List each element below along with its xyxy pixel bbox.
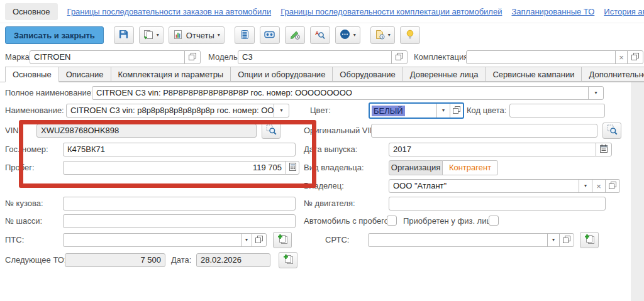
chassis-number-label: № шасси: [5, 214, 42, 228]
trim-clear-button[interactable]: × [615, 50, 628, 64]
bulb-icon [406, 30, 414, 41]
pts-open-button[interactable] [252, 233, 267, 247]
tab-additional[interactable]: Дополнительно [581, 67, 644, 82]
mileage-field[interactable]: 119 705 [63, 161, 286, 175]
name-dropdown-button[interactable]: ▾ [274, 104, 289, 118]
tab-service-campaigns[interactable]: Сервисные кампании [485, 67, 582, 82]
search-by-text-button[interactable]: A [310, 26, 330, 44]
issue-year-label: Дата выпуска: [304, 143, 357, 156]
owner-type-organization-button[interactable]: Организация [389, 160, 443, 175]
nav-link-order-sequence-bounds[interactable]: Границы последовательности заказов на ав… [67, 7, 272, 16]
pts-label: ПТС: [5, 233, 24, 247]
model-open-button[interactable] [391, 50, 408, 64]
open-icon [255, 236, 263, 245]
car-front-button[interactable] [260, 26, 280, 44]
tab-equipment[interactable]: Оборудование [332, 67, 402, 82]
vin-search-button[interactable] [262, 123, 280, 139]
srts-open-button[interactable] [559, 233, 574, 247]
owner-dropdown-button[interactable]: ▾ [579, 179, 592, 193]
tab-main-details[interactable]: Основные [5, 67, 59, 82]
next-service-date-label: Дата: [171, 253, 191, 267]
more-actions-button[interactable]: ▾ [335, 26, 360, 44]
tab-options-equipment[interactable]: Опции и оборудование [230, 67, 333, 82]
body-number-field[interactable] [63, 197, 296, 211]
original-vin-label: Оригинальный VIN: [304, 124, 378, 138]
tab-configuration-params[interactable]: Комплектация и параметры [111, 67, 231, 82]
dropdown-icon: ▾ [584, 183, 587, 189]
next-service-field[interactable]: 7 500 [65, 253, 165, 267]
copy-button[interactable]: ▾ [139, 26, 164, 44]
color-value[interactable]: БЕЛЫЙ [370, 104, 436, 118]
owner-open-button[interactable] [605, 179, 620, 193]
add-document-icon [283, 254, 294, 266]
pts-create-button[interactable] [273, 232, 292, 248]
color-open-button[interactable] [450, 104, 463, 118]
full-name-dropdown-button[interactable]: ▾ [588, 86, 604, 100]
nav-link-equipment-sequence-bounds[interactable]: Границы последовательности комплектации … [280, 7, 502, 16]
engine-number-field[interactable] [389, 197, 606, 211]
from-individual-checkbox[interactable] [489, 216, 499, 226]
owner-label: Владелец: [304, 179, 344, 193]
full-name-field[interactable]: CITROEN C3 vin: P8P8P8P8P8P8P8P8P гос. н… [92, 86, 589, 100]
hint-button[interactable] [400, 26, 420, 44]
owner-field[interactable]: ООО "Атлант" [389, 179, 579, 193]
chassis-number-field[interactable] [63, 214, 296, 228]
plate-field[interactable]: К475ВК71 [63, 143, 296, 156]
srts-field[interactable] [368, 233, 548, 247]
document-clock-icon [375, 30, 385, 41]
srts-dropdown-button[interactable]: ▾ [547, 233, 560, 247]
pts-field[interactable] [63, 233, 242, 247]
color-dropdown-button[interactable]: ▾ [436, 104, 450, 118]
reports-button-label: Отчеты [186, 31, 214, 40]
magnifier-icon [266, 124, 277, 137]
trim-field[interactable] [466, 50, 616, 64]
vin-label: VIN: [5, 124, 21, 138]
original-vin-search-button[interactable] [602, 123, 621, 139]
used-car-label: Автомобиль с пробегом: [304, 214, 397, 228]
model-field[interactable]: C3 [238, 50, 392, 64]
issue-year-calendar-button[interactable] [596, 143, 612, 156]
car-front-icon [264, 30, 275, 41]
next-service-date-field[interactable]: 28.02.2026 [196, 253, 270, 267]
tab-description[interactable]: Описание [58, 67, 111, 82]
srts-create-button[interactable] [580, 232, 599, 248]
open-icon [189, 53, 196, 62]
tab-trusted-persons[interactable]: Доверенные лица [402, 67, 486, 82]
chevron-down-icon: ▾ [388, 33, 391, 38]
save-button[interactable] [114, 26, 134, 44]
issue-year-field[interactable]: 2017 [389, 143, 596, 156]
reports-icon [173, 30, 183, 41]
list-button[interactable] [235, 26, 255, 44]
save-and-close-button[interactable]: Записать и закрыть [5, 26, 104, 44]
name-label: Наименование: [5, 104, 64, 118]
document-log-button[interactable]: ▾ [370, 26, 395, 44]
next-service-create-button[interactable] [279, 252, 297, 268]
edit-history-button[interactable] [285, 26, 305, 44]
nav-link-car-history[interactable]: История автомобилей [604, 7, 644, 16]
used-car-checkbox[interactable] [387, 216, 397, 226]
nav-tab-main[interactable]: Основное [5, 3, 58, 20]
trim-open-button[interactable] [627, 50, 643, 64]
vin-field[interactable]: XWUZ98768OHK898 [36, 124, 257, 138]
reports-button[interactable]: Отчеты ▾ [169, 26, 225, 44]
brand-open-button[interactable] [184, 50, 201, 64]
owner-clear-button[interactable]: × [592, 179, 606, 193]
nav-link-planned-maintenance[interactable]: Запланированные ТО [511, 7, 594, 16]
mileage-calculator-button[interactable] [286, 161, 299, 175]
copy-icon [143, 30, 153, 41]
owner-type-counterparty-button[interactable]: Контрагент [442, 160, 498, 175]
pts-dropdown-button[interactable]: ▾ [241, 233, 252, 247]
dropdown-icon: ▾ [442, 108, 445, 113]
clear-icon: × [596, 182, 601, 190]
color-label: Цвет: [310, 104, 331, 118]
model-label: Модель: [208, 50, 240, 64]
chevron-down-icon: ▾ [353, 33, 356, 38]
brand-field[interactable]: CITROEN [30, 50, 185, 64]
more-actions-icon [340, 29, 350, 41]
original-vin-field[interactable] [371, 124, 597, 138]
open-icon [609, 182, 616, 191]
dropdown-icon: ▾ [245, 238, 248, 243]
color-code-field[interactable] [509, 104, 605, 118]
name-field[interactable]: CITROEN C3 vin: p8p8p8p8p8p8p8p8p гос. н… [66, 104, 274, 118]
color-combo[interactable]: БЕЛЫЙ ▾ [369, 102, 464, 119]
